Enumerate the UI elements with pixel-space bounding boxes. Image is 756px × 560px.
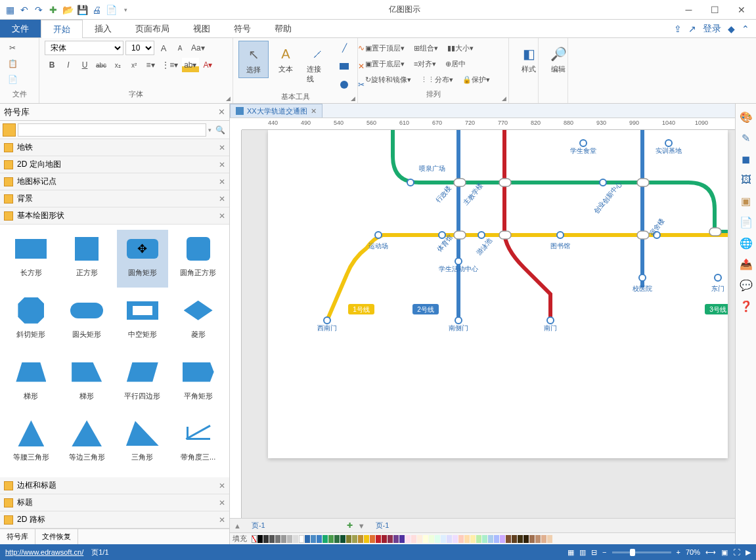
page-tab-2[interactable]: 页-1 (370, 521, 395, 530)
color-swatch[interactable] (346, 535, 351, 543)
font-dialog-icon[interactable]: ◢ (226, 95, 231, 102)
increase-font-button[interactable]: A (156, 41, 171, 55)
color-swatch[interactable] (411, 535, 416, 543)
cloud-icon[interactable]: ↗ (688, 24, 696, 34)
text-tool[interactable]: A 文本 (271, 41, 300, 77)
color-swatch[interactable] (376, 535, 381, 543)
view-outline-icon[interactable]: ▥ (579, 548, 586, 557)
login-link[interactable]: 登录 (703, 23, 721, 35)
view-fit-icon[interactable]: ⊟ (591, 548, 597, 557)
shape-roundrect[interactable]: ✥圆角矩形 (117, 230, 169, 288)
color-swatch[interactable] (494, 535, 499, 543)
cut-button[interactable]: ✂ (5, 41, 20, 55)
color-swatch[interactable] (518, 535, 523, 543)
color-swatch[interactable] (322, 535, 328, 543)
color-swatch[interactable] (299, 535, 304, 543)
fontcolor-button[interactable]: A▾ (201, 58, 215, 72)
color-swatch[interactable] (541, 535, 546, 543)
theme-icon[interactable]: 🎨 (738, 109, 754, 125)
comment-icon[interactable]: 💬 (738, 277, 754, 293)
ellipse-tool[interactable] (337, 77, 351, 92)
category-markers[interactable]: 地图标记点✕ (0, 173, 229, 190)
shape-angle-triangle[interactable]: 带角度三... (172, 414, 224, 472)
tab-insert[interactable]: 插入 (83, 20, 123, 37)
align-button[interactable]: ≡ 对齐▾ (412, 56, 438, 71)
tab-start[interactable]: 开始 (41, 20, 83, 38)
shape-flatrect[interactable]: 平角矩形 (172, 353, 224, 411)
color-swatch[interactable] (405, 535, 411, 543)
shape-octagon[interactable]: 斜切矩形 (5, 291, 57, 349)
shape-diamond[interactable]: 菱形 (172, 291, 224, 349)
color-swatch[interactable] (458, 535, 464, 543)
shape-eq-triangle[interactable]: 等边三角形 (61, 414, 113, 472)
color-swatch[interactable] (287, 535, 292, 543)
tab-file[interactable]: 文件 (0, 20, 41, 37)
format-icon[interactable]: ◼ (738, 151, 754, 167)
color-swatch[interactable] (453, 535, 458, 543)
doc-close-icon[interactable]: ✕ (311, 107, 317, 116)
rect-tool[interactable] (337, 59, 351, 74)
color-swatch[interactable] (464, 535, 470, 543)
collapse-ribbon-icon[interactable]: ⌃ (742, 24, 749, 34)
color-swatch[interactable] (535, 535, 541, 543)
color-swatch[interactable] (281, 535, 286, 543)
view-normal-icon[interactable]: ▦ (567, 548, 574, 557)
color-swatch[interactable] (364, 535, 369, 543)
category-roadsigns[interactable]: 2D 路标✕ (0, 511, 229, 528)
zoom-out-icon[interactable]: − (602, 548, 606, 556)
bullets-button[interactable]: ⋮≡▾ (160, 58, 180, 72)
category-borders[interactable]: 边框和标题✕ (0, 477, 229, 494)
save-icon[interactable]: 💾 (76, 3, 89, 16)
export-icon[interactable]: 📤 (738, 256, 754, 272)
color-swatch[interactable] (275, 535, 280, 543)
fit-width-icon[interactable]: ⟷ (705, 548, 716, 557)
canvas[interactable]: 学生食堂 实训基地 喷泉广场 行政楼 主教学楼 创业创新中心 运动场 体育馆 游… (242, 130, 735, 518)
shape-parallelogram[interactable]: 平行四边形 (117, 353, 169, 411)
rotate-button[interactable]: ↻ 旋转和镜像▾ (363, 72, 413, 87)
color-swatch[interactable] (263, 535, 269, 543)
paste-button[interactable]: 📄 (5, 72, 20, 87)
color-swatch[interactable] (370, 535, 375, 543)
color-swatch[interactable] (305, 535, 310, 543)
zoom-in-icon[interactable]: + (677, 548, 680, 556)
tab-view[interactable]: 视图 (181, 20, 222, 37)
italic-button[interactable]: I (61, 58, 76, 72)
help-sidebar-icon[interactable]: ❓ (738, 298, 754, 314)
shape-trap2[interactable]: 梯形 (61, 353, 113, 411)
color-swatch[interactable] (352, 535, 357, 543)
strike-button[interactable]: abc (94, 58, 108, 72)
color-swatch[interactable] (429, 535, 434, 543)
color-swatch[interactable] (340, 535, 345, 543)
protect-button[interactable]: 🔒 保护▾ (460, 72, 492, 87)
image-icon[interactable]: 🖼 (738, 172, 754, 188)
color-swatch[interactable] (500, 535, 505, 543)
shape-square[interactable]: 正方形 (61, 230, 113, 288)
color-swatch[interactable] (257, 535, 263, 543)
shape-hollow[interactable]: 中空矩形 (117, 291, 169, 349)
open-icon[interactable]: 📂 (61, 3, 74, 16)
tab-layout[interactable]: 页面布局 (123, 20, 181, 37)
help-icon[interactable]: ◆ (728, 24, 735, 34)
tools-dialog-icon[interactable]: ◢ (351, 95, 355, 102)
zoom-level[interactable]: 70% (686, 548, 700, 556)
export-icon[interactable]: 📄 (104, 3, 118, 16)
tab-symbol[interactable]: 符号 (222, 20, 263, 37)
shape-rectangle[interactable]: 长方形 (5, 230, 57, 288)
status-url[interactable]: http://www.edrawsoft.cn/ (5, 548, 83, 556)
center-button[interactable]: ⊕ 居中 (443, 56, 468, 71)
font-family-select[interactable]: 宋体 (45, 41, 123, 55)
color-swatch[interactable] (547, 535, 552, 543)
category-background[interactable]: 背景✕ (0, 190, 229, 207)
shape-pill[interactable]: 圆头矩形 (61, 291, 113, 349)
panel-tab-symbols[interactable]: 符号库 (0, 529, 35, 544)
page-nav-down-icon[interactable]: ▼ (358, 522, 365, 530)
color-swatch[interactable] (482, 535, 487, 543)
copy-button[interactable]: 📋 (5, 56, 20, 71)
font-size-select[interactable]: 10 (125, 41, 154, 55)
page-tab-1[interactable]: 页-1 (246, 521, 271, 530)
color-swatch[interactable] (382, 535, 387, 543)
color-swatch[interactable] (358, 535, 363, 543)
distribute-button[interactable]: ⋮⋮ 分布▾ (418, 72, 455, 87)
page-icon[interactable]: 📄 (738, 214, 754, 230)
new-icon[interactable]: ✚ (47, 3, 60, 16)
